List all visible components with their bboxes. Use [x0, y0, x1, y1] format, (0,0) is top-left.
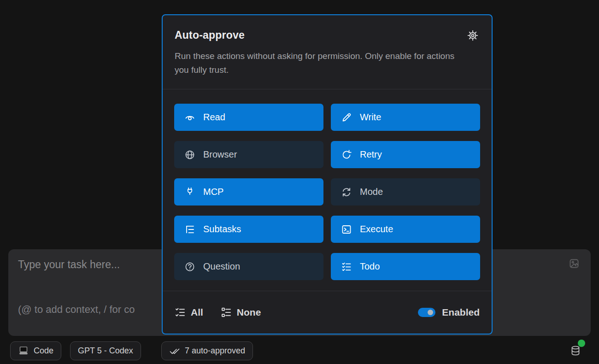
laptop-icon — [18, 346, 29, 357]
eye-icon — [184, 112, 195, 123]
mode-selector-button[interactable]: Code — [10, 341, 61, 360]
toggle-retry[interactable]: Retry — [331, 141, 480, 168]
globe-icon — [184, 149, 195, 160]
pencil-icon — [341, 112, 352, 123]
auto-approved-label: 7 auto-approved — [185, 346, 245, 356]
select-all-label: All — [191, 307, 203, 318]
settings-button[interactable] — [466, 29, 480, 43]
retry-icon — [341, 149, 352, 160]
checklist-icon — [341, 261, 352, 272]
action-label: Question — [203, 261, 240, 272]
select-none-button[interactable]: None — [221, 307, 261, 318]
sync-icon — [341, 187, 352, 198]
action-label: Browser — [203, 149, 237, 160]
action-label: Subtasks — [203, 224, 241, 235]
select-none-label: None — [237, 307, 261, 318]
online-status-dot — [578, 340, 585, 347]
action-label: Execute — [360, 224, 393, 235]
toggle-mcp[interactable]: MCP — [174, 178, 323, 205]
action-label: Write — [360, 112, 381, 123]
toggle-write[interactable]: Write — [331, 104, 480, 131]
select-all-button[interactable]: All — [175, 307, 203, 318]
auto-approve-master-toggle[interactable] — [418, 308, 435, 317]
action-label: Read — [203, 112, 225, 123]
mode-label: Code — [34, 346, 53, 356]
popover-title: Auto-approve — [175, 29, 480, 41]
action-label: Todo — [360, 261, 380, 272]
check-all-icon — [169, 346, 180, 357]
terminal-icon — [341, 224, 352, 235]
enable-group: Enabled — [418, 307, 480, 318]
toggle-todo[interactable]: Todo — [331, 253, 480, 280]
task-input-placeholder: Type your task here... — [18, 258, 120, 271]
toggle-read[interactable]: Read — [174, 104, 323, 131]
toggle-browser[interactable]: Browser — [174, 141, 323, 168]
popover-description: Run these actions without asking for per… — [175, 49, 459, 77]
auto-approved-summary-button[interactable]: 7 auto-approved — [161, 341, 253, 360]
model-label: GPT 5 - Codex — [78, 346, 133, 356]
action-label: MCP — [203, 187, 223, 197]
popover-footer: All None Enabled — [163, 291, 492, 334]
context-hint: (@ to add context, / for co — [18, 304, 135, 316]
action-label: Mode — [360, 187, 383, 197]
question-icon — [184, 261, 195, 272]
image-icon — [569, 258, 580, 269]
popover-header: Auto-approve Run these actions without a… — [163, 15, 492, 89]
status-bar: Code GPT 5 - Codex 7 auto-approved — [0, 341, 599, 361]
action-label: Retry — [360, 149, 382, 160]
attach-image-button[interactable] — [568, 258, 581, 270]
toggle-execute[interactable]: Execute — [331, 216, 480, 243]
gear-icon — [467, 30, 478, 41]
list-tree-icon — [184, 224, 195, 235]
context-memory-button[interactable] — [566, 342, 585, 360]
auto-approve-popover: Auto-approve Run these actions without a… — [162, 14, 493, 335]
toggle-knob — [428, 310, 433, 315]
plug-icon — [184, 187, 195, 198]
toggle-question[interactable]: Question — [174, 253, 323, 280]
check-list-icon — [175, 307, 186, 318]
toggle-label: Enabled — [442, 307, 480, 318]
empty-list-icon — [221, 307, 232, 318]
model-selector-button[interactable]: GPT 5 - Codex — [70, 341, 141, 360]
toggle-subtasks[interactable]: Subtasks — [174, 216, 323, 243]
toggle-mode[interactable]: Mode — [331, 178, 480, 205]
auto-approve-grid: Read Write Browser — [163, 89, 492, 280]
